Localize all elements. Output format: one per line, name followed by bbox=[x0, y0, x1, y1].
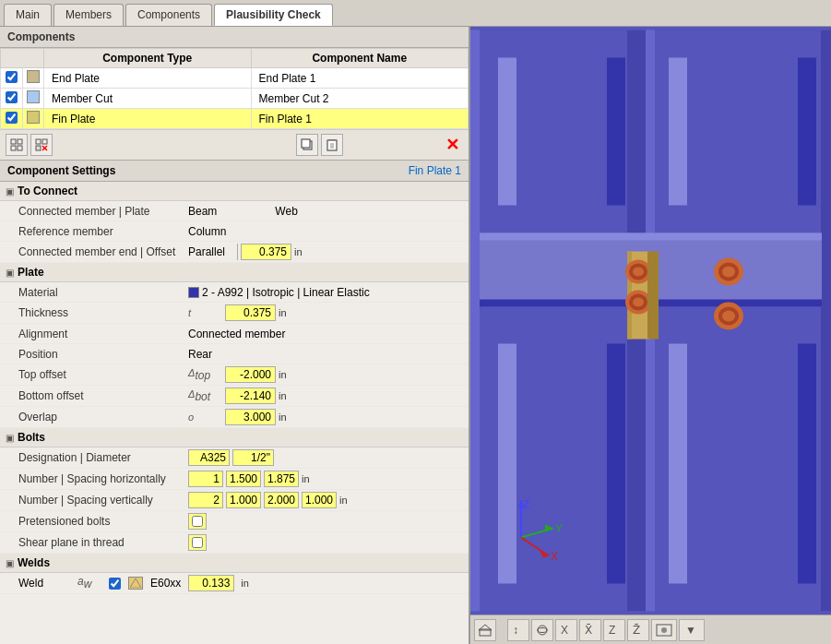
input-bolt-diameter[interactable] bbox=[232, 449, 274, 466]
val-material: 2 - A992 | Isotropic | Linear Elastic bbox=[202, 286, 370, 299]
settings-header: Component Settings Fin Plate 1 bbox=[0, 161, 469, 182]
view-btn-rotate1[interactable]: ↕ bbox=[507, 619, 529, 641]
input-bolt-space-v3[interactable] bbox=[302, 492, 337, 508]
settings-subtitle: Fin Plate 1 bbox=[409, 164, 461, 177]
label-pretensioned: Pretensioned bolts bbox=[0, 513, 184, 530]
tab-components[interactable]: Components bbox=[125, 4, 212, 26]
label-bolt-spacing-v: Number | Spacing vertically bbox=[0, 492, 184, 508]
material-swatch bbox=[188, 287, 199, 298]
svg-text:Z̄: Z̄ bbox=[633, 624, 640, 637]
add-component-btn[interactable] bbox=[6, 134, 28, 156]
col-name-header: Component Name bbox=[251, 49, 469, 68]
svg-rect-4 bbox=[36, 139, 41, 144]
checkbox-pretensioned[interactable] bbox=[192, 516, 203, 527]
view-btn-xi[interactable]: X̄ bbox=[579, 619, 601, 641]
group-to-connect[interactable]: ▣ To Connect bbox=[0, 182, 469, 201]
row-bolt-spacing-h: Number | Spacing horizontally in bbox=[0, 469, 469, 490]
group-label-bolts: Bolts bbox=[18, 431, 45, 444]
input-overlap[interactable] bbox=[225, 409, 276, 425]
close-component-btn[interactable]: ✕ bbox=[441, 134, 463, 156]
row-icon-2 bbox=[27, 111, 40, 124]
symbol-weld: aw bbox=[77, 575, 105, 590]
group-bolts[interactable]: ▣ Bolts bbox=[0, 428, 469, 447]
input-bolt-space-h1[interactable] bbox=[226, 471, 261, 487]
val-weld-spec: E60xx bbox=[150, 577, 181, 590]
row-member-end: Connected member end | Offset Parallel i… bbox=[0, 242, 469, 263]
components-table: Component Type Component Name End PlateE… bbox=[0, 48, 469, 129]
table-row[interactable]: End PlateEnd Plate 1 bbox=[1, 68, 469, 89]
table-row[interactable]: Fin PlateFin Plate 1 bbox=[1, 109, 469, 129]
checkbox-weld-enable[interactable] bbox=[109, 578, 121, 590]
svg-point-44 bbox=[722, 267, 735, 278]
label-connected-member: Connected member | Plate bbox=[0, 203, 184, 220]
input-bolt-space-v2[interactable] bbox=[264, 492, 299, 508]
value-shear-plane bbox=[184, 532, 210, 553]
svg-marker-16 bbox=[130, 578, 141, 588]
svg-rect-6 bbox=[36, 146, 41, 150]
unit-offset: in bbox=[294, 246, 303, 257]
unit-bolt-v: in bbox=[339, 495, 348, 506]
collapse-icon-bolts: ▣ bbox=[6, 433, 14, 443]
row-checkbox-0[interactable] bbox=[6, 71, 18, 83]
row-type-2: Fin Plate bbox=[44, 109, 252, 129]
val-column: Column bbox=[188, 225, 226, 238]
tab-plausibility[interactable]: Plausibility Check bbox=[214, 4, 333, 26]
unit-weld: in bbox=[241, 578, 249, 589]
input-bolt-space-v1[interactable] bbox=[226, 492, 261, 508]
row-name-1: Member Cut 2 bbox=[251, 89, 469, 109]
input-top-offset[interactable] bbox=[225, 366, 276, 383]
unit-thickness: in bbox=[279, 307, 287, 318]
right-panel: Z Y X ↕ bbox=[470, 27, 831, 644]
label-bolt-designation: Designation | Diameter bbox=[0, 449, 184, 466]
paste-component-btn[interactable] bbox=[321, 134, 343, 156]
val-beam: Beam bbox=[188, 205, 217, 218]
svg-rect-36 bbox=[669, 58, 687, 206]
label-bottom-offset: Bottom offset bbox=[0, 388, 184, 404]
tab-bar: Main Members Components Plausibility Che… bbox=[0, 0, 831, 27]
view-btn-render[interactable] bbox=[651, 619, 677, 641]
table-row[interactable]: Member CutMember Cut 2 bbox=[1, 89, 469, 109]
row-checkbox-2[interactable] bbox=[6, 112, 18, 124]
group-welds[interactable]: ▣ Welds bbox=[0, 554, 469, 573]
svg-point-60 bbox=[538, 626, 547, 635]
row-name-0: End Plate 1 bbox=[251, 68, 469, 89]
tab-main[interactable]: Main bbox=[4, 4, 52, 26]
input-bottom-offset[interactable] bbox=[225, 388, 276, 404]
val-alignment: Connected member bbox=[188, 328, 285, 340]
input-bolt-num-v[interactable] bbox=[188, 492, 223, 508]
view-btn-more[interactable]: ▼ bbox=[679, 619, 705, 641]
input-offset[interactable] bbox=[241, 244, 291, 260]
input-bolt-num-h[interactable] bbox=[188, 471, 223, 487]
unit-bolt-h: in bbox=[302, 473, 310, 484]
svg-text:↕: ↕ bbox=[513, 624, 518, 637]
unit-top-offset: in bbox=[279, 369, 287, 380]
view-btn-home[interactable] bbox=[474, 619, 496, 641]
left-panel: Components Component Type Component Name… bbox=[0, 27, 470, 644]
input-thickness[interactable] bbox=[225, 304, 276, 321]
view-btn-x[interactable]: X bbox=[555, 619, 577, 641]
row-shear-plane: Shear plane in thread bbox=[0, 532, 469, 554]
label-shear-plane: Shear plane in thread bbox=[0, 534, 184, 551]
group-plate[interactable]: ▣ Plate bbox=[0, 263, 469, 282]
row-material: Material 2 - A992 | Isotropic | Linear E… bbox=[0, 282, 469, 303]
remove-component-btn[interactable] bbox=[30, 134, 53, 156]
tab-members[interactable]: Members bbox=[53, 4, 124, 26]
copy-component-btn[interactable] bbox=[296, 134, 318, 156]
checkbox-shear-plane[interactable] bbox=[192, 537, 203, 548]
input-bolt-designation[interactable] bbox=[188, 449, 230, 466]
label-material: Material bbox=[0, 284, 184, 301]
value-bolt-spacing-h: in bbox=[184, 469, 314, 489]
value-position: Rear bbox=[184, 346, 469, 363]
row-checkbox-1[interactable] bbox=[6, 91, 18, 103]
view-btn-orbit[interactable] bbox=[531, 619, 553, 641]
value-member-end: Parallel in bbox=[184, 242, 469, 262]
view-toolbar: ↕ X X̄ Z Z̄ ▼ bbox=[470, 614, 831, 644]
view-btn-yi[interactable]: Z̄ bbox=[627, 619, 649, 641]
input-weld-size[interactable] bbox=[188, 575, 234, 591]
unit-bottom-offset: in bbox=[279, 390, 287, 401]
components-title: Components bbox=[0, 27, 469, 48]
label-thickness: Thickness bbox=[0, 304, 184, 321]
row-overlap: Overlap o in bbox=[0, 407, 469, 428]
view-btn-y[interactable]: Z bbox=[603, 619, 625, 641]
input-bolt-space-h2[interactable] bbox=[264, 471, 299, 487]
